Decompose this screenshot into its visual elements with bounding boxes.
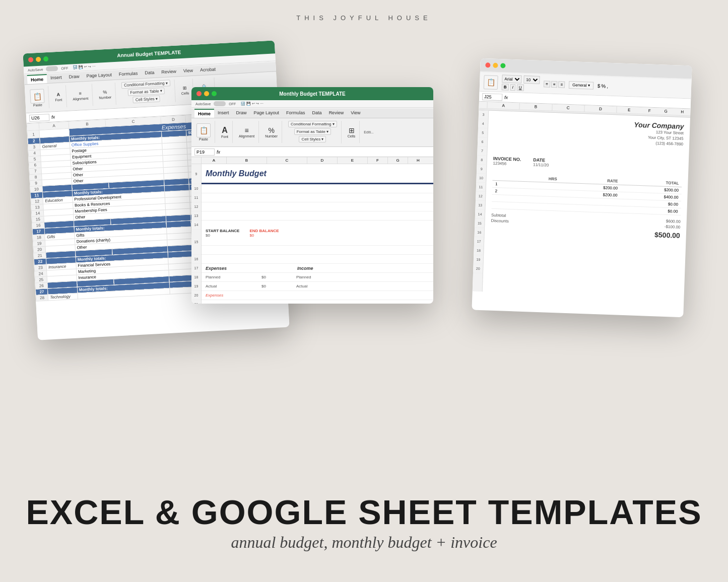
col-h: H [674, 108, 691, 115]
tab-pagelayout-annual[interactable]: Page Layout [83, 70, 115, 81]
tab-view-monthly[interactable]: View [347, 109, 364, 118]
page-container: THIS JOYFUL HOUSE Annual Budget TEMPLATE… [0, 0, 728, 582]
discounts-label: Discounts [491, 218, 508, 223]
main-heading: EXCEL & GOOGLE SHEET TEMPLATES [0, 495, 728, 529]
align-row1: ≡ ≡ ≡ [544, 81, 565, 88]
tab-insert-monthly[interactable]: Insert [214, 109, 233, 118]
maximize-dot[interactable] [43, 56, 49, 62]
italic-btn[interactable]: I [510, 84, 515, 91]
autosave-toggle[interactable] [46, 66, 58, 71]
cell-ref-annual[interactable]: U26 [29, 113, 50, 121]
expenses-header: Expenses [206, 266, 227, 271]
invoice-window: 📋 Arial 10 B I [472, 58, 692, 317]
monthly-cells-icon: ⊞ [349, 126, 355, 134]
monthly-autosave-toggle[interactable] [214, 101, 226, 106]
invoice-font-section: Arial 10 B I U [502, 75, 540, 92]
expenses-actual-value: $0 [246, 284, 266, 288]
invoice-totals: Subtotal $600.00 Discounts -$100.00 $500… [491, 212, 681, 239]
paste-button[interactable]: 📋 [30, 89, 44, 103]
subtotal-label: Subtotal [491, 212, 506, 217]
monthly-cell-ref[interactable]: P19 [194, 149, 215, 156]
monthly-close-dot[interactable] [196, 91, 202, 96]
monthly-title-bar: Monthly Budget TEMPLATE [191, 87, 433, 100]
tab-home-monthly[interactable]: Home [194, 109, 214, 118]
align-right-btn[interactable]: ≡ [558, 81, 565, 88]
monthly-minimize-dot[interactable] [204, 91, 209, 96]
font-size-selector[interactable]: 10 [523, 76, 540, 84]
tab-draw-annual[interactable]: Draw [65, 72, 83, 82]
invoice-meta: INVOICE NO. 123456 DATE 11/11/20 [493, 152, 683, 172]
monthly-format-table-btn[interactable]: Format as Table ▾ [294, 128, 331, 135]
tab-acrobat-annual[interactable]: Acrobat [196, 65, 220, 75]
invoice-close-dot[interactable] [485, 62, 490, 67]
invoice-minimize-dot[interactable] [493, 63, 498, 68]
autosave-off: OFF [61, 66, 68, 70]
tab-review-monthly[interactable]: Review [325, 109, 348, 118]
expenses-planned-label: Planned [206, 275, 246, 279]
tab-formulas-annual[interactable]: Formulas [115, 69, 142, 80]
sub-heading: annual budget, monthly budget + invoice [0, 533, 728, 552]
monthly-cells-group: ⊞ Cells [346, 121, 360, 143]
underline-btn[interactable]: U [517, 84, 524, 91]
monthly-maximize-dot[interactable] [212, 91, 217, 96]
close-dot[interactable] [28, 57, 34, 62]
cell-styles-btn[interactable]: Cell Styles ▾ [133, 95, 161, 103]
expenses-income-header: Expenses Income [202, 264, 433, 273]
general-dropdown[interactable]: General ▾ [569, 81, 593, 90]
autosave-bar-monthly: AutoSave OFF 🔙 💾 ↩ ↪ ⋯ [191, 100, 433, 108]
monthly-conditional-row: Conditional Formatting ▾ [288, 121, 337, 127]
monthly-col-e: E [338, 157, 368, 164]
tab-formulas-monthly[interactable]: Formulas [283, 109, 309, 118]
font-selector[interactable]: Arial [502, 75, 522, 83]
monthly-paste-btn[interactable]: 📋 [196, 123, 211, 137]
invoice-fx: fx [504, 95, 508, 100]
dollar-sign: $ [598, 83, 601, 89]
tab-view-annual[interactable]: View [179, 66, 196, 76]
monthly-autosave-label: AutoSave [195, 102, 211, 106]
invoice-paste-btn[interactable]: 📋 [484, 75, 498, 90]
autosave-label: AutoSave [28, 67, 43, 72]
fx-label: fx [51, 114, 55, 119]
bold-btn[interactable]: B [502, 84, 509, 90]
expenses-tab-label: Expenses [206, 293, 223, 298]
subtotal-value: $600.00 [666, 219, 681, 224]
format-table-btn[interactable]: Format as Table ▾ [127, 87, 165, 96]
monthly-col-g: G [388, 157, 408, 164]
align-center-btn[interactable]: ≡ [551, 81, 558, 88]
toolbar-icons: 🔙 💾 ↩ ↪ ⋯ [73, 64, 96, 69]
actual-row: Actual $0 Actual [202, 282, 433, 291]
tab-draw-monthly[interactable]: Draw [233, 109, 250, 118]
monthly-col-c: C [267, 157, 307, 164]
monthly-col-d: D [307, 157, 338, 164]
company-header: Your Company 123 Your Street Your City, … [494, 116, 684, 154]
monthly-col-a: A [202, 157, 227, 164]
monthly-budget-title-row: Monthly Budget [202, 164, 433, 184]
comma-sign: , [607, 84, 608, 89]
monthly-alignment-group: ≡ Alignment [237, 121, 259, 143]
tab-data-monthly[interactable]: Data [309, 109, 325, 118]
tab-pagelayout-monthly[interactable]: Page Layout [250, 109, 283, 118]
tab-home-annual[interactable]: Home [27, 74, 47, 84]
income-header: Income [297, 266, 313, 271]
col-d: D [584, 105, 617, 113]
invoice-cell-ref[interactable]: J25 [482, 93, 502, 100]
col-g: G [657, 108, 674, 115]
monthly-conditional-btn[interactable]: Conditional Formatting ▾ [288, 121, 337, 127]
tab-insert-annual[interactable]: Insert [47, 73, 65, 83]
tab-data-annual[interactable]: Data [141, 68, 158, 79]
monthly-row-nums: 9 10 11 12 13 14 15 16 17 18 19 20 21 22… [191, 164, 202, 304]
address-line3: (123) 456-7890 [633, 140, 683, 148]
alignment-group: ≡ Alignment [70, 84, 93, 107]
minimize-dot[interactable] [36, 57, 41, 62]
annual-window-title: Annual Budget TEMPLATE [117, 49, 181, 58]
monthly-number-icon: % [268, 126, 274, 134]
expenses-actual-label: Actual [206, 284, 246, 288]
invoice-maximize-dot[interactable] [500, 63, 505, 68]
tab-review-annual[interactable]: Review [158, 67, 180, 77]
brand-title: THIS JOYFUL HOUSE [296, 14, 431, 22]
monthly-cell-styles-btn[interactable]: Cell Styles ▾ [299, 136, 326, 142]
end-balance-value: $0 [249, 233, 279, 238]
align-left-btn[interactable]: ≡ [544, 81, 550, 87]
styles-group: Conditional Formatting ▾ Format as Table… [119, 79, 176, 105]
monthly-autosave-off: OFF [229, 102, 236, 106]
